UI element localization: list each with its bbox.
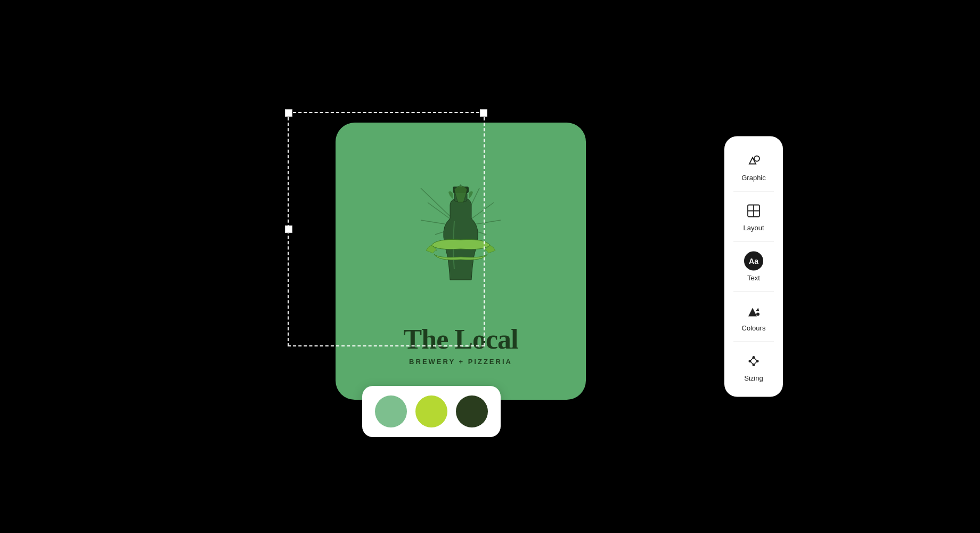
sizing-icon [744, 352, 763, 371]
divider-3 [733, 292, 773, 292]
swatch-dark-green[interactable] [456, 395, 488, 427]
svg-point-11 [754, 156, 760, 161]
svg-line-23 [750, 361, 754, 365]
tool-sizing[interactable]: Sizing [729, 343, 779, 391]
palette-card [362, 386, 501, 437]
handle-top-left[interactable] [285, 109, 292, 117]
svg-line-22 [754, 361, 757, 365]
tool-graphic[interactable]: Graphic [729, 143, 779, 190]
svg-line-20 [750, 358, 754, 361]
swatch-lime[interactable] [415, 395, 447, 427]
divider-4 [733, 342, 773, 342]
graphic-label: Graphic [741, 174, 766, 182]
brand-subtitle: BREWERY + PIZZERIA [409, 358, 512, 366]
canvas-scene: The Local BREWERY + PIZZERIA Graphic [304, 80, 676, 453]
tool-colours[interactable]: Colours [729, 293, 779, 341]
tool-text[interactable]: Aa Text [729, 243, 779, 290]
swatch-sage[interactable] [375, 395, 407, 427]
divider-2 [733, 241, 773, 242]
handle-mid-left[interactable] [285, 225, 292, 233]
tool-layout[interactable]: Layout [729, 193, 779, 240]
text-icon: Aa [744, 252, 763, 271]
bottle-illustration [386, 147, 535, 317]
sizing-label: Sizing [744, 374, 763, 382]
text-label: Text [747, 274, 760, 282]
layout-label: Layout [743, 224, 764, 232]
layout-icon [744, 201, 763, 221]
colours-icon [744, 302, 763, 321]
toolbar: Graphic Layout Aa Text [724, 136, 783, 397]
graphic-icon [744, 151, 763, 171]
logo-card: The Local BREWERY + PIZZERIA [336, 123, 586, 400]
svg-line-21 [754, 358, 757, 361]
handle-top-right[interactable] [480, 109, 487, 117]
colours-label: Colours [742, 324, 766, 332]
divider-1 [733, 191, 773, 192]
svg-point-15 [756, 313, 760, 316]
brand-name: The Local [404, 326, 518, 353]
